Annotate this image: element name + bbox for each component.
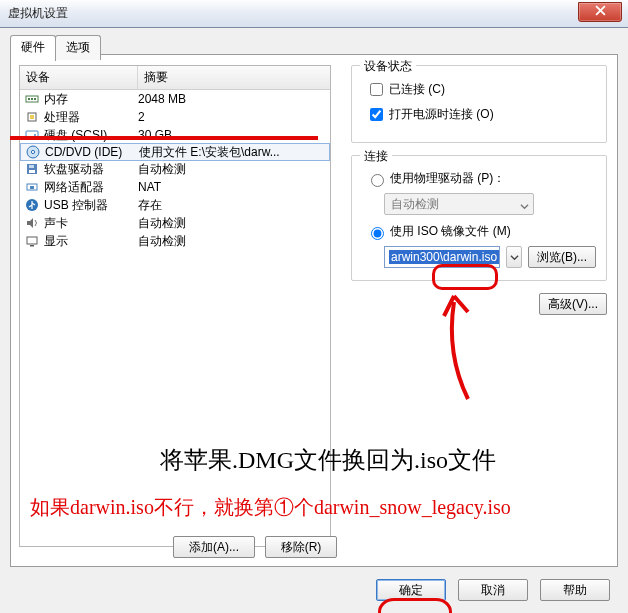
- device-summary: NAT: [138, 180, 330, 194]
- device-name: 软盘驱动器: [44, 161, 138, 178]
- device-row-display[interactable]: 显示 自动检测: [20, 232, 330, 250]
- svg-rect-14: [30, 186, 34, 189]
- tab-hardware[interactable]: 硬件: [10, 35, 56, 61]
- device-list-header: 设备 摘要: [20, 66, 330, 90]
- device-row-usb[interactable]: USB 控制器 存在: [20, 196, 330, 214]
- tab-hardware-label: 硬件: [21, 40, 45, 54]
- radio-use-physical-input[interactable]: [371, 174, 384, 187]
- device-name: 内存: [44, 91, 138, 108]
- sound-icon: [24, 215, 40, 231]
- svg-rect-16: [27, 237, 37, 244]
- svg-rect-5: [30, 115, 34, 119]
- svg-rect-1: [28, 98, 30, 100]
- device-name: 网络适配器: [44, 179, 138, 196]
- physical-drive-value: 自动检测: [391, 196, 439, 213]
- device-name: 处理器: [44, 109, 138, 126]
- tabpanel-hardware: 设备 摘要 内存 2048 MB 处理器 2 硬盘 (SCSI) 30 GB C…: [10, 54, 618, 567]
- checkbox-connect-on-power-label: 打开电源时连接 (O): [389, 106, 494, 123]
- close-button[interactable]: [578, 2, 622, 22]
- device-row-disk[interactable]: 硬盘 (SCSI) 30 GB: [20, 126, 330, 144]
- iso-path-value: arwin300\darwin.iso: [389, 250, 499, 264]
- annotation-circle-ok: [378, 598, 452, 613]
- device-name: 显示: [44, 233, 138, 250]
- remove-device-button[interactable]: 移除(R): [265, 536, 337, 558]
- close-icon: [595, 5, 606, 19]
- device-row-sound[interactable]: 声卡 自动检测: [20, 214, 330, 232]
- annotation-circle-iso: [432, 264, 498, 290]
- disk-icon: [24, 127, 40, 143]
- device-summary: 自动检测: [138, 233, 330, 250]
- remove-device-label: 移除(R): [281, 539, 322, 556]
- titlebar: 虚拟机设置: [0, 0, 628, 28]
- chevron-down-icon: [520, 200, 529, 214]
- browse-button[interactable]: 浏览(B)...: [528, 246, 596, 268]
- annotation-arrow-icon: [438, 294, 478, 407]
- annotation-text-1: 将苹果.DMG文件换回为.iso文件: [160, 444, 496, 476]
- cancel-button[interactable]: 取消: [458, 579, 528, 601]
- floppy-icon: [24, 161, 40, 177]
- memory-icon: [24, 91, 40, 107]
- device-summary: 存在: [138, 197, 330, 214]
- cpu-icon: [24, 109, 40, 125]
- checkbox-connect-on-power-input[interactable]: [370, 108, 383, 121]
- tab-options-label: 选项: [66, 40, 90, 54]
- checkbox-connected-input[interactable]: [370, 83, 383, 96]
- physical-drive-combo-wrap: 自动检测: [384, 193, 596, 215]
- browse-button-label: 浏览(B)...: [537, 249, 587, 266]
- legend-connection: 连接: [360, 148, 392, 165]
- group-device-status: 设备状态 已连接 (C) 打开电源时连接 (O): [351, 65, 607, 143]
- help-button[interactable]: 帮助: [540, 579, 610, 601]
- tabstrip: 硬件 选项: [10, 34, 100, 60]
- col-device[interactable]: 设备: [20, 66, 138, 89]
- checkbox-connect-on-power[interactable]: 打开电源时连接 (O): [366, 105, 596, 124]
- col-summary[interactable]: 摘要: [138, 66, 330, 89]
- usb-icon: [24, 197, 40, 213]
- nic-icon: [24, 179, 40, 195]
- add-device-label: 添加(A)...: [189, 539, 239, 556]
- legend-status: 设备状态: [360, 58, 416, 75]
- annotation-red-underline: [10, 136, 318, 140]
- radio-use-physical-label: 使用物理驱动器 (P)：: [390, 170, 505, 187]
- cancel-button-label: 取消: [481, 582, 505, 599]
- radio-use-iso-input[interactable]: [371, 227, 384, 240]
- device-row-nic[interactable]: 网络适配器 NAT: [20, 178, 330, 196]
- device-summary: 2: [138, 110, 330, 124]
- device-summary: 2048 MB: [138, 92, 330, 106]
- device-row-cddvd[interactable]: CD/DVD (IDE) 使用文件 E:\安装包\darw...: [20, 143, 330, 161]
- checkbox-connected[interactable]: 已连接 (C): [366, 80, 596, 99]
- device-name: 硬盘 (SCSI): [44, 127, 138, 144]
- device-row-floppy[interactable]: 软盘驱动器 自动检测: [20, 160, 330, 178]
- display-icon: [24, 233, 40, 249]
- device-summary: 自动检测: [138, 215, 330, 232]
- tab-options[interactable]: 选项: [55, 35, 101, 60]
- svg-rect-12: [29, 170, 35, 173]
- group-connection: 连接 使用物理驱动器 (P)： 自动检测 使用 ISO 镜像文件 (M): [351, 155, 607, 281]
- radio-use-physical[interactable]: 使用物理驱动器 (P)：: [366, 170, 596, 187]
- dialog-body: 硬件 选项 设备 摘要 内存 2048 MB 处理器 2 硬盘 (SCSI): [0, 28, 628, 613]
- help-button-label: 帮助: [563, 582, 587, 599]
- add-device-button[interactable]: 添加(A)...: [173, 536, 255, 558]
- advanced-button[interactable]: 高级(V)...: [539, 293, 607, 315]
- device-row-memory[interactable]: 内存 2048 MB: [20, 90, 330, 108]
- device-name: 声卡: [44, 215, 138, 232]
- svg-rect-17: [30, 245, 34, 247]
- checkbox-connected-label: 已连接 (C): [389, 81, 445, 98]
- annotation-text-2: 如果darwin.iso不行，就换第①个darwin_snow_legacy.i…: [30, 494, 511, 521]
- radio-use-iso[interactable]: 使用 ISO 镜像文件 (M): [366, 223, 596, 240]
- svg-point-9: [31, 150, 34, 153]
- device-row-cpu[interactable]: 处理器 2: [20, 108, 330, 126]
- device-summary: 自动检测: [138, 161, 330, 178]
- ok-button-label: 确定: [399, 582, 423, 599]
- device-summary: 使用文件 E:\安装包\darw...: [139, 144, 329, 161]
- advanced-button-label: 高级(V)...: [548, 296, 598, 313]
- window-title: 虚拟机设置: [8, 5, 68, 22]
- dialog-button-row: 确定 取消 帮助: [0, 567, 628, 613]
- chevron-down-icon[interactable]: [506, 246, 522, 268]
- radio-use-iso-label: 使用 ISO 镜像文件 (M): [390, 223, 511, 240]
- device-name: CD/DVD (IDE): [45, 145, 139, 159]
- svg-rect-3: [34, 98, 36, 100]
- physical-drive-combo[interactable]: 自动检测: [384, 193, 534, 215]
- device-name: USB 控制器: [44, 197, 138, 214]
- svg-rect-2: [31, 98, 33, 100]
- cd-icon: [25, 144, 41, 160]
